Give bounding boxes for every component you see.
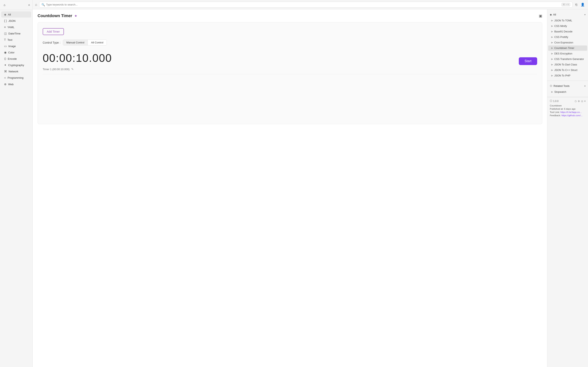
related-section-chevron: ▾: [584, 85, 586, 87]
content-area: Countdown Timer ★ ▣ Add Timer Control Ty…: [33, 9, 588, 367]
sidebar-item-yaml[interactable]: ≡ YAML: [1, 24, 31, 30]
panel-item-stopwatch[interactable]: ⊳ Stopwatch: [548, 89, 587, 95]
panel-item-icon: ⊳: [551, 74, 553, 77]
related-section-title: ⚇ Related Tools: [550, 84, 570, 87]
chevron-down-icon[interactable]: ▾: [584, 100, 586, 103]
page-header: Countdown Timer ★ ▣: [38, 13, 542, 18]
all-panel-section: ◈ All ▾ ⊳ JSON To TOML ⊳ CSS Minify ⊳ Ba…: [547, 9, 588, 81]
page-title-row: Countdown Timer ★: [38, 13, 77, 18]
sidebar-item-all[interactable]: ◈ All: [1, 11, 31, 17]
topbar-home-button[interactable]: ⌂: [35, 3, 37, 7]
panel-item-cron[interactable]: ⊳ Cron Expression: [548, 40, 587, 45]
web-icon: ⊕: [4, 83, 7, 86]
sidebar-item-encode-label: Encode: [8, 57, 17, 60]
user-button[interactable]: 👤: [580, 2, 586, 7]
sidebar-header: ⌂ «: [0, 0, 33, 10]
control-type-buttons: Manual Control All Control: [63, 40, 107, 45]
panel-toggle-button[interactable]: ▣: [539, 14, 542, 18]
sidebar-item-encode[interactable]: ⟨⟩ Encode: [1, 56, 31, 62]
edit-icon[interactable]: ✎: [71, 67, 74, 71]
panel-item-icon: ⊳: [551, 47, 553, 50]
collapse-button[interactable]: «: [28, 3, 30, 7]
panel-item-json-toml[interactable]: ⊳ JSON To TOML: [548, 18, 587, 23]
panel-item-css-prettify[interactable]: ⊳ CSS Prettify: [548, 34, 587, 40]
search-input[interactable]: [46, 3, 560, 6]
color-icon: ◉: [4, 51, 7, 54]
manual-control-button[interactable]: Manual Control: [63, 40, 88, 45]
sidebar-item-image-label: Image: [8, 45, 16, 48]
sidebar-item-programming[interactable]: ⟡ Programming: [1, 75, 31, 81]
version-row: ⓘ 1.0.0 ◷ ⊕ ◎ ▾: [550, 99, 586, 103]
clock-icon: ◷: [575, 100, 577, 103]
sidebar-item-image[interactable]: ▭ Image: [1, 43, 31, 49]
panel-item-css-transform[interactable]: ⊳ CSS Transform Generator: [548, 57, 587, 62]
timer-row: 00:00:10.000 Timer 1 (00:00:10.000) ✎ St…: [43, 52, 537, 74]
panel-item-base91[interactable]: ⊳ Base91 Decode: [548, 29, 587, 34]
tool-link-row: Tool Link: https://t.he3app.co...: [550, 111, 586, 113]
panel-item-css-minify[interactable]: ⊳ CSS Minify: [548, 24, 587, 29]
panel-item-icon: ⊳: [551, 36, 553, 39]
cryptography-icon: ✦: [4, 63, 7, 67]
panel-item-icon: ⊳: [551, 58, 553, 60]
all-control-button[interactable]: All Control: [88, 40, 107, 45]
sidebar-item-network[interactable]: ⌘ Network: [1, 68, 31, 75]
timer-display-area: 00:00:10.000 Timer 1 (00:00:10.000) ✎: [43, 52, 112, 71]
published-text: Published at: 6 days ago: [550, 108, 586, 110]
sidebar-item-color[interactable]: ◉ Color: [1, 49, 31, 55]
sidebar-item-all-label: All: [8, 13, 11, 16]
sidebar-item-cryptography-label: Cryptography: [8, 64, 24, 67]
panel-item-icon: ⊳: [551, 30, 553, 33]
panel-item-json-php[interactable]: ⊳ JSON To PHP: [548, 73, 587, 78]
sidebar-item-programming-label: Programming: [8, 76, 24, 79]
all-section-icon: ◈: [550, 13, 552, 16]
related-section-icon: ⚇: [550, 84, 552, 87]
add-timer-button[interactable]: Add Timer: [43, 28, 64, 35]
sidebar-item-json-label: JSON: [8, 19, 16, 22]
network-icon: ⌘: [4, 70, 7, 73]
main-wrapper: ⌂ 🔍 ⌘ + K ⎗ 👤 Countdown Timer ★ ▣ Add Ti…: [33, 0, 588, 367]
image-icon: ▭: [4, 44, 7, 48]
feedback-link[interactable]: https://github.com/...: [562, 114, 583, 117]
control-type-label: Control Type :: [43, 41, 61, 44]
check-icon: ◎: [581, 100, 583, 103]
version-text: ⓘ 1.0.0: [550, 99, 559, 103]
text-icon: T: [4, 38, 6, 42]
start-button[interactable]: Start: [519, 57, 537, 65]
sidebar-item-cryptography[interactable]: ✦ Cryptography: [1, 62, 31, 68]
panel-item-json-cpp[interactable]: ⊳ JSON To C++ Struct: [548, 67, 587, 73]
sidebar-item-datetime[interactable]: ◫ Date/Time: [1, 30, 31, 36]
topbar-actions: ⎗ 👤: [575, 2, 586, 7]
related-section-header[interactable]: ⚇ Related Tools ▾: [547, 83, 588, 89]
sidebar-item-network-label: Network: [9, 70, 18, 73]
all-icon: ◈: [4, 13, 6, 16]
sidebar-item-web-label: Web: [8, 83, 14, 86]
all-section-chevron: ▾: [584, 13, 586, 16]
topbar: ⌂ 🔍 ⌘ + K ⎗ 👤: [33, 0, 588, 9]
page-title: Countdown Timer: [38, 13, 72, 18]
tool-link[interactable]: https://t.he3app.co...: [561, 111, 582, 113]
all-section-title: ◈ All: [550, 13, 556, 16]
sidebar-item-text[interactable]: T Text: [1, 37, 31, 43]
search-box: 🔍 ⌘ + K: [39, 2, 572, 8]
search-icon: 🔍: [42, 3, 45, 6]
favorite-button[interactable]: ★: [74, 14, 77, 18]
sidebar-item-json[interactable]: { } JSON: [1, 18, 31, 24]
panel-item-des[interactable]: ⊳ DES Encryption: [548, 51, 587, 56]
version-info-label: Countdown: [550, 104, 586, 107]
search-shortcut: ⌘ + K: [562, 3, 570, 6]
panel-item-icon: ⊳: [551, 52, 553, 55]
all-section-header[interactable]: ◈ All ▾: [547, 11, 588, 18]
encode-icon: ⟨⟩: [4, 57, 6, 60]
timer-label-row: Timer 1 (00:00:10.000) ✎: [43, 67, 112, 71]
control-type-row: Control Type : Manual Control All Contro…: [43, 40, 537, 45]
tool-area: Add Timer Control Type : Manual Control …: [38, 22, 542, 124]
panel-item-countdown[interactable]: ⊳ Countdown Timer: [548, 45, 587, 51]
panel-item-json-dart[interactable]: ⊳ JSON To Dart Class: [548, 62, 587, 67]
yaml-icon: ≡: [4, 25, 6, 29]
sidebar-item-web[interactable]: ⊕ Web: [1, 81, 31, 87]
programming-icon: ⟡: [4, 76, 6, 80]
main-content: Countdown Timer ★ ▣ Add Timer Control Ty…: [33, 9, 547, 367]
home-icon: ⌂: [2, 3, 7, 7]
share-button[interactable]: ⎗: [575, 2, 578, 7]
info-icon: ⓘ: [550, 99, 552, 103]
